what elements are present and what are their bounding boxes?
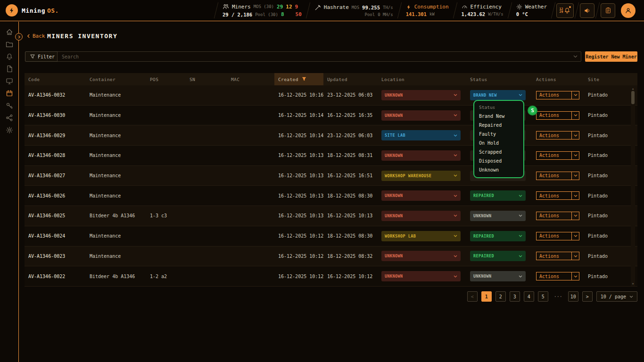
column-header-mac[interactable]: MAC <box>227 73 274 85</box>
actions-button[interactable]: Actions <box>536 232 579 240</box>
column-header-container[interactable]: Container <box>86 73 146 85</box>
pagination-prev-button[interactable]: < <box>467 291 478 302</box>
status-option-repaired[interactable]: Repaired <box>474 121 523 130</box>
location-select[interactable]: UNKNOWN <box>381 251 461 261</box>
register-new-miner-button[interactable]: Register New Miner <box>585 51 637 62</box>
pagination-page-2[interactable]: 2 <box>495 291 506 302</box>
miners-pool-err: 50 <box>296 11 302 17</box>
pagination-next-button[interactable]: > <box>582 291 593 302</box>
hashrate-mos-label: MOS <box>352 5 359 10</box>
sidebar-item-folder[interactable] <box>3 40 16 48</box>
status-option-unknown[interactable]: Unknown <box>474 165 523 174</box>
location-select[interactable]: UNKNOWN <box>381 271 461 281</box>
location-select[interactable]: WORKSHOP LAB <box>381 231 461 241</box>
status-option-disposed[interactable]: Disposed <box>474 156 523 165</box>
pagination-page-1[interactable]: 1 <box>481 291 492 302</box>
column-header-code[interactable]: Code <box>25 73 86 85</box>
actions-button[interactable]: Actions <box>536 252 579 260</box>
actions-label: Actions <box>539 213 559 218</box>
column-header-sn[interactable]: SN <box>186 73 227 85</box>
column-header-status[interactable]: Status <box>466 73 532 85</box>
location-select[interactable]: UNKNOWN <box>381 150 461 161</box>
actions-label: Actions <box>539 254 559 259</box>
notifications-button[interactable]: 1229 <box>556 3 574 18</box>
sidebar-item-calendar[interactable] <box>3 89 16 97</box>
sidebar-item-gear[interactable] <box>3 126 16 134</box>
location-select[interactable]: UNKNOWN <box>381 110 461 121</box>
status-select[interactable]: REPAIRED <box>470 251 526 261</box>
sidebar-item-key[interactable] <box>3 101 16 109</box>
pagination-page-3[interactable]: 3 <box>510 291 520 302</box>
sidebar-collapse-button[interactable] <box>15 33 23 41</box>
actions-button[interactable]: Actions <box>536 131 579 140</box>
gear-icon <box>6 126 13 134</box>
sound-button[interactable] <box>580 3 594 18</box>
cell-site: Pintado <box>584 254 637 259</box>
column-header-updated[interactable]: Updated <box>323 73 378 85</box>
column-header-actions[interactable]: Actions <box>532 73 584 85</box>
pagination-page-10[interactable]: 10 <box>568 291 578 302</box>
hashrate-pool-label: Pool <box>364 12 375 17</box>
status-option-faulty[interactable]: Faulty <box>474 130 523 139</box>
cell-updated: 16-12-2025 10:13 <box>323 213 378 218</box>
actions-button[interactable]: Actions <box>536 111 579 120</box>
actions-button[interactable]: Actions <box>536 172 579 180</box>
column-header-site[interactable]: Site <box>584 73 637 85</box>
speaker-icon <box>584 7 591 14</box>
status-select[interactable]: REPAIRED <box>470 190 526 201</box>
status-option-brand-new[interactable]: Brand New <box>474 112 523 121</box>
sidebar-item-file[interactable] <box>3 65 16 73</box>
column-label: SN <box>190 77 195 82</box>
scrollbar-up-arrow[interactable]: ▲ <box>631 87 635 90</box>
sidebar-item-home[interactable] <box>3 28 16 36</box>
cell-created: 16-12-2025 10:13 <box>274 193 323 198</box>
pagination-page-5[interactable]: 5 <box>538 291 548 302</box>
pagination-page-4[interactable]: 4 <box>524 291 534 302</box>
status-option-on-hold[interactable]: On Hold <box>474 139 523 148</box>
search-chevron-icon[interactable] <box>573 55 578 58</box>
sidebar-item-bell[interactable] <box>3 52 16 60</box>
cell-code: AV-A1346-0029 <box>25 133 86 138</box>
actions-button[interactable]: Actions <box>536 272 579 280</box>
reports-button[interactable] <box>601 3 615 18</box>
search-input[interactable] <box>57 51 581 62</box>
actions-button[interactable]: Actions <box>536 191 579 200</box>
scrollbar-down-arrow[interactable]: ▼ <box>631 282 635 286</box>
table-row: AV-A1346-0028Maintenance16-12-2025 10:13… <box>25 146 637 166</box>
status-select[interactable]: REPAIRED <box>470 231 526 241</box>
location-select[interactable]: WORKSHOP WAREHOUSE <box>381 171 461 181</box>
column-header-created[interactable]: Created <box>274 73 323 85</box>
user-icon <box>625 7 632 14</box>
account-button[interactable] <box>621 3 636 18</box>
table-row: AV-A1346-0022Bitdeer 4b A13461-2_a216-12… <box>25 266 637 287</box>
status-select[interactable]: UNKNOWN <box>470 271 526 281</box>
app-brand[interactable]: MiningOS. <box>0 4 59 16</box>
actions-button[interactable]: Actions <box>536 212 579 220</box>
scrollbar-thumb[interactable] <box>631 91 635 104</box>
actions-button[interactable]: Actions <box>536 91 579 99</box>
page-size-select[interactable]: 10 / page <box>596 291 637 302</box>
status-option-scrapped[interactable]: Scrapped <box>474 148 523 156</box>
back-link[interactable]: Back <box>27 33 45 39</box>
column-header-pos[interactable]: POS <box>146 73 186 85</box>
location-select[interactable]: UNKNOWN <box>381 190 461 201</box>
location-select[interactable]: SITE LAB <box>381 130 461 140</box>
column-header-location[interactable]: Location <box>378 73 466 85</box>
table-scrollbar[interactable]: ▲ ▼ <box>631 86 635 286</box>
location-select[interactable]: UNKNOWN <box>381 211 461 221</box>
filter-label: Filter <box>38 54 55 59</box>
cell-updated: 18-12-2025 08:30 <box>323 233 378 239</box>
table-row: AV-A1346-0025Bitdeer 4b A13461-3_c316-12… <box>25 206 637 226</box>
sidebar-item-monitor[interactable] <box>3 77 16 85</box>
miners-mos-ok: 29 <box>277 4 283 10</box>
filter-button[interactable]: Filter <box>25 51 60 62</box>
sidebar-item-network[interactable] <box>3 114 16 122</box>
cell-code: AV-A1346-0028 <box>25 153 86 158</box>
status-select[interactable]: BRAND NEW <box>470 90 526 100</box>
status-select[interactable]: UNKNOWN <box>470 211 526 221</box>
location-label: SITE LAB <box>385 133 405 138</box>
location-select[interactable]: UNKNOWN <box>381 90 461 100</box>
weather-value: 0 °C <box>516 11 528 17</box>
chevron-down-icon <box>571 152 579 159</box>
actions-button[interactable]: Actions <box>536 151 579 160</box>
